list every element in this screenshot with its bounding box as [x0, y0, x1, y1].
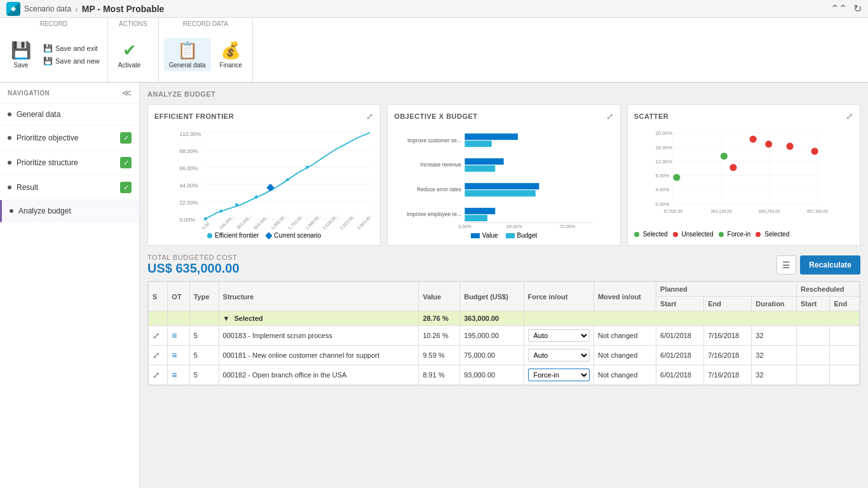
- svg-text:67,500.00: 67,500.00: [663, 209, 682, 214]
- row-icon[interactable]: ⤢: [153, 330, 160, 341]
- cell-force-inout[interactable]: Auto Force-in Force-out: [524, 326, 593, 346]
- svg-text:903,000...: 903,000...: [253, 214, 269, 230]
- sidebar-collapse-button[interactable]: ≪: [122, 88, 132, 98]
- svg-text:3,963,00...: 3,963,00...: [356, 213, 374, 231]
- svg-point-64: [749, 135, 756, 142]
- collapse-icon[interactable]: ⌃⌃: [831, 3, 847, 15]
- cell-planned-end: 7/16/2018: [704, 365, 752, 385]
- col-value: Value: [419, 282, 460, 311]
- force-inout-select[interactable]: Auto Force-in Force-out: [528, 369, 590, 381]
- svg-text:363,000...: 363,000...: [236, 214, 252, 230]
- cell-planned-start: 6/01/2018: [656, 326, 704, 346]
- cell-type: 5: [189, 365, 219, 385]
- section-title: ANALYZE BUDGET: [147, 90, 860, 98]
- force-inout-select[interactable]: Auto Force-in Force-out: [528, 329, 590, 342]
- cell-planned-duration: 32: [752, 365, 797, 385]
- row-ot-icon[interactable]: ≡: [172, 350, 177, 360]
- row-ot-icon[interactable]: ≡: [172, 370, 177, 380]
- cell-budget: 195,000.00: [460, 326, 524, 346]
- col-structure: Structure: [219, 282, 419, 311]
- breadcrumb-separator: ›: [75, 4, 78, 14]
- col-planned-end: End: [704, 297, 752, 311]
- svg-point-67: [811, 147, 818, 154]
- svg-rect-41: [465, 215, 488, 221]
- recalculate-button[interactable]: Recalculate: [800, 255, 860, 274]
- svg-rect-34: [465, 133, 519, 140]
- save-icon: 💾: [11, 41, 31, 60]
- scatter-expand-button[interactable]: ⤢: [846, 111, 853, 121]
- save-button[interactable]: 💾 Save: [5, 38, 37, 71]
- sidebar-item-prioritize-structure[interactable]: Prioritize structure ✓: [0, 151, 139, 175]
- cell-rescheduled-end: [830, 346, 860, 365]
- general-data-button[interactable]: 📋 General data: [164, 38, 211, 71]
- cell-force-inout[interactable]: Auto Force-in Force-out: [524, 365, 593, 385]
- svg-text:2,823,00...: 2,823,00...: [339, 213, 357, 231]
- sidebar-bullet: [8, 136, 11, 140]
- budget-table: S OT Type Structure Value Budget (US$) F…: [148, 281, 860, 385]
- cell-planned-end: 7/16/2018: [704, 326, 752, 346]
- svg-text:0.00: 0.00: [201, 221, 210, 230]
- cell-ot: ≡: [168, 365, 189, 385]
- svg-rect-40: [465, 208, 496, 214]
- row-icon[interactable]: ⤢: [153, 370, 160, 380]
- svg-text:110.00%: 110.00%: [179, 131, 201, 137]
- svg-point-66: [786, 143, 793, 150]
- obj-expand-button[interactable]: ⤢: [606, 111, 614, 121]
- sidebar-item-analyze-budget[interactable]: Analyze budget: [0, 200, 139, 222]
- cell-force-inout[interactable]: Auto Force-in Force-out: [524, 346, 593, 365]
- cell-planned-end: 7/16/2018: [704, 346, 752, 365]
- finance-button[interactable]: 💰 Finance: [215, 38, 248, 71]
- svg-text:66.00%: 66.00%: [179, 165, 198, 172]
- obj-chart-title: OBJECTIVE X BUDGET: [394, 112, 477, 120]
- cell-rescheduled-start: [797, 326, 830, 346]
- svg-text:0.00%: 0.00%: [655, 201, 669, 207]
- sidebar-bullet: [8, 112, 11, 116]
- svg-rect-39: [465, 190, 536, 196]
- cell-structure: 000181 - New online customer channel for…: [219, 346, 419, 365]
- sidebar: NAVIGATION ≪ General data Prioritize obj…: [0, 83, 140, 488]
- scatter-chart-svg: 20.00% 16.00% 12.00% 8.00% 4.00% 0.00%: [634, 126, 853, 233]
- force-inout-select[interactable]: Auto Force-in Force-out: [528, 349, 590, 362]
- cell-ot: ≡: [168, 326, 189, 346]
- row-ot-icon[interactable]: ≡: [172, 330, 177, 341]
- svg-point-13: [219, 210, 222, 213]
- sidebar-item-label: Prioritize structure: [17, 158, 120, 167]
- objective-x-budget-chart: OBJECTIVE X BUDGET ⤢ Improve customer se…: [387, 104, 620, 246]
- sidebar-item-prioritize-objective[interactable]: Prioritize objective ✓: [0, 126, 139, 151]
- activate-button[interactable]: ✔ Activate: [113, 38, 146, 71]
- cell-moved-inout: Not changed: [593, 365, 656, 385]
- general-data-icon: 📋: [177, 41, 198, 60]
- svg-text:1,753,00...: 1,753,00...: [287, 213, 305, 231]
- table-row: ⤢ ≡ 5 000182 - Open branch office in the…: [149, 365, 860, 385]
- obj-legend-value: Value: [471, 232, 498, 239]
- svg-point-18: [306, 166, 309, 169]
- cell-rescheduled-start: [797, 365, 830, 385]
- cell-rescheduled-end: [830, 326, 860, 346]
- svg-point-14: [235, 203, 238, 207]
- col-ot: OT: [168, 282, 189, 311]
- svg-text:0.00%: 0.00%: [179, 217, 195, 223]
- breadcrumb-parent[interactable]: Scenario data: [24, 4, 71, 13]
- svg-point-68: [729, 164, 736, 171]
- save-and-exit-button[interactable]: 💾 Save and exit: [41, 43, 102, 54]
- svg-text:4.00%: 4.00%: [655, 187, 669, 193]
- svg-text:364,130.00: 364,130.00: [710, 209, 732, 214]
- row-icon[interactable]: ⤢: [153, 350, 160, 360]
- ef-expand-button[interactable]: ⤢: [366, 111, 374, 121]
- cell-planned-duration: 32: [752, 326, 797, 346]
- list-view-button[interactable]: ☰: [776, 255, 796, 274]
- obj-chart-svg: Improve customer se... Increase revenue …: [394, 126, 613, 233]
- cell-planned-start: 6/01/2018: [656, 365, 704, 385]
- sidebar-item-general-data[interactable]: General data: [0, 104, 139, 126]
- svg-rect-38: [465, 183, 539, 189]
- cell-rescheduled-end: [830, 365, 860, 385]
- efficient-frontier-chart: EFFICIENT FRONTIER ⤢ 110.00% 88.00% 66.0…: [147, 104, 381, 246]
- save-and-new-button[interactable]: 💾 Save and new: [41, 55, 102, 67]
- group-cell-budget: 363,000.00: [460, 311, 524, 326]
- svg-text:20.00%: 20.00%: [655, 130, 672, 136]
- refresh-icon[interactable]: ↻: [853, 3, 862, 15]
- svg-text:Increase revenue: Increase revenue: [421, 161, 462, 168]
- svg-text:168,000...: 168,000...: [219, 214, 235, 230]
- sidebar-item-result[interactable]: Result ✓: [0, 175, 139, 200]
- cell-moved-inout: Not changed: [593, 326, 656, 346]
